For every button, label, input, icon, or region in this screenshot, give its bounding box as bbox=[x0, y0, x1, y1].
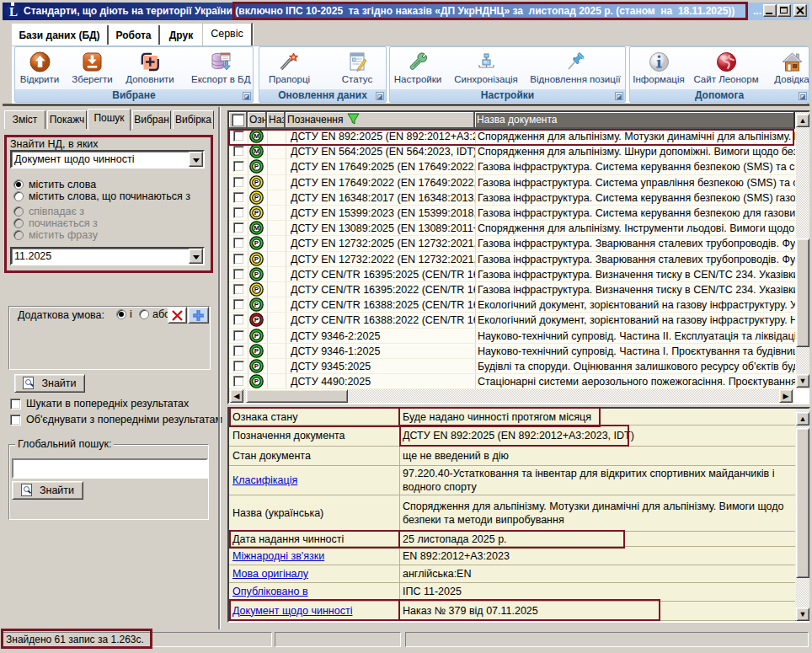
svg-text:P: P bbox=[254, 270, 259, 278]
svg-text:P: P bbox=[254, 209, 259, 217]
svg-text:M: M bbox=[254, 148, 259, 156]
svg-text:P: P bbox=[254, 317, 259, 324]
svg-text:P: P bbox=[254, 240, 259, 248]
svg-text:P: P bbox=[254, 302, 259, 309]
svg-text:P: P bbox=[254, 286, 259, 293]
svg-text:P: P bbox=[254, 332, 259, 340]
svg-text:P: P bbox=[254, 179, 259, 186]
svg-text:P: P bbox=[254, 347, 259, 355]
svg-text:P: P bbox=[254, 378, 259, 386]
svg-text:M: M bbox=[254, 225, 259, 233]
svg-text:P: P bbox=[254, 362, 259, 370]
svg-text:P: P bbox=[254, 163, 259, 171]
svg-text:P: P bbox=[254, 255, 259, 263]
svg-text:P: P bbox=[254, 194, 259, 201]
